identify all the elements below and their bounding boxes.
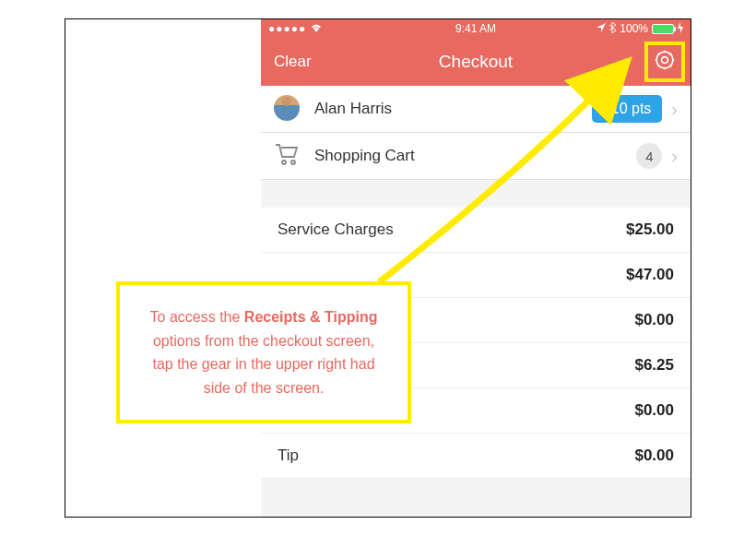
battery-percent: 100% (620, 22, 648, 35)
instruction-callout: To access the Receipts & Tipping options… (116, 281, 411, 423)
line-amount: $0.00 (634, 401, 674, 420)
gear-highlight (644, 42, 685, 82)
cart-count-badge: 4 (636, 143, 662, 169)
status-time: 9:41 AM (455, 22, 496, 35)
line-amount: $0.00 (634, 311, 674, 329)
bluetooth-icon (609, 22, 616, 36)
callout-text-prefix: To access the (150, 309, 244, 325)
line-item: Tip $0.00 (261, 434, 691, 479)
customer-name: Alan Harris (314, 100, 592, 118)
status-bar: ●●●●● 9:41 AM 100% (261, 19, 691, 38)
line-item: Service Charges $25.00 (261, 208, 691, 253)
cart-icon (274, 142, 301, 170)
svg-point-0 (662, 57, 668, 64)
chevron-right-icon: › (671, 146, 678, 167)
section-gap (261, 180, 691, 208)
cart-row[interactable]: Shopping Cart 4 › (261, 133, 691, 180)
charging-icon (678, 22, 683, 36)
callout-text-suffix: options from the checkout screen, tap th… (152, 333, 374, 396)
svg-point-2 (282, 161, 286, 164)
wifi-icon (310, 22, 323, 35)
customer-row[interactable]: Alan Harris 310 pts › (261, 86, 691, 133)
location-icon (597, 22, 606, 35)
callout-text-bold: Receipts & Tipping (244, 309, 378, 325)
line-label: Tip (278, 447, 299, 465)
cart-label: Shopping Cart (314, 147, 636, 165)
line-amount: $6.25 (634, 356, 674, 375)
line-amount: $0.00 (634, 447, 674, 465)
chevron-right-icon: › (671, 99, 678, 120)
nav-bar: Clear Checkout (261, 38, 691, 86)
clear-button[interactable]: Clear (274, 53, 312, 71)
svg-point-3 (291, 161, 295, 164)
svg-point-1 (656, 52, 673, 68)
battery-icon (652, 24, 674, 34)
page-title: Checkout (439, 52, 513, 72)
gear-icon[interactable] (653, 48, 677, 76)
line-amount: $47.00 (626, 266, 674, 284)
points-badge: 310 pts (592, 95, 662, 123)
signal-dots: ●●●●● (268, 22, 306, 35)
line-amount: $25.00 (626, 220, 674, 239)
avatar (274, 95, 301, 123)
phone-screen: ●●●●● 9:41 AM 100% (261, 19, 691, 517)
line-label: Service Charges (278, 220, 394, 239)
